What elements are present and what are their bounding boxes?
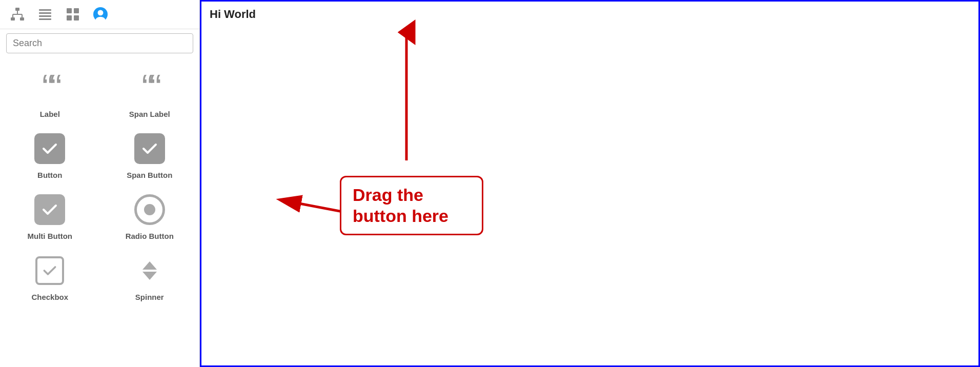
svg-rect-0 — [15, 8, 19, 11]
sidebar-toolbar — [0, 0, 199, 29]
tooltip-line1: Drag the — [353, 185, 423, 205]
search-box — [6, 33, 193, 53]
svg-rect-2 — [20, 17, 24, 21]
component-item-radio-button[interactable]: Radio Button — [100, 185, 200, 246]
components-grid: ““ Label ““ Span Label Button — [0, 57, 199, 312]
component-label-button: Button — [37, 171, 62, 179]
component-item-span-label[interactable]: ““ Span Label — [100, 63, 200, 124]
sidebar: ““ Label ““ Span Label Button — [0, 0, 200, 367]
component-item-spinner[interactable]: Spinner — [100, 246, 200, 307]
grid-icon[interactable] — [64, 5, 82, 24]
spinner-icon — [132, 253, 168, 289]
component-label-span-button: Span Button — [127, 171, 172, 179]
span-button-icon — [132, 131, 168, 167]
component-item-multi-button[interactable]: Multi Button — [0, 185, 100, 246]
multi-button-icon — [32, 192, 68, 228]
svg-rect-10 — [39, 15, 51, 17]
drag-tooltip: Drag the button here — [340, 176, 483, 235]
component-label-multi-button: Multi Button — [28, 232, 72, 240]
checkbox-icon — [32, 253, 68, 289]
svg-rect-8 — [39, 9, 51, 11]
hierarchy-icon[interactable] — [8, 5, 27, 24]
svg-rect-12 — [67, 8, 72, 13]
svg-rect-14 — [67, 15, 72, 21]
svg-rect-15 — [74, 15, 79, 21]
annotation-arrows — [201, 2, 978, 365]
radio-inner — [144, 204, 155, 215]
component-item-button[interactable]: Button — [0, 124, 100, 185]
component-item-label[interactable]: ““ Label — [0, 63, 100, 124]
component-label-span-label: Span Label — [129, 110, 170, 118]
component-label-label: Label — [40, 110, 60, 118]
annotation-overlay: Drag the button here — [201, 2, 978, 365]
component-label-spinner: Spinner — [135, 293, 164, 301]
label-icon: ““ — [32, 70, 68, 106]
avatar-icon[interactable] — [91, 5, 110, 24]
component-item-checkbox[interactable]: Checkbox — [0, 246, 100, 307]
tooltip-line2: button here — [353, 206, 448, 226]
svg-point-17 — [98, 10, 104, 15]
span-label-icon: ““ — [132, 70, 168, 106]
spinner-down-arrow — [142, 272, 157, 280]
radio-button-icon — [132, 192, 168, 228]
component-label-radio-button: Radio Button — [126, 232, 174, 240]
spinner-up-arrow — [142, 261, 157, 270]
svg-rect-11 — [39, 18, 51, 20]
svg-rect-13 — [74, 8, 79, 13]
component-item-span-button[interactable]: Span Button — [100, 124, 200, 185]
svg-rect-9 — [39, 12, 51, 14]
button-icon — [32, 131, 68, 167]
main-canvas[interactable]: Hi World Drag the button here — [200, 0, 980, 367]
svg-rect-1 — [11, 17, 15, 21]
component-label-checkbox: Checkbox — [31, 293, 68, 301]
list-icon[interactable] — [36, 5, 54, 24]
canvas-title: Hi World — [201, 2, 978, 27]
svg-line-22 — [289, 201, 396, 222]
search-input[interactable] — [6, 33, 193, 53]
